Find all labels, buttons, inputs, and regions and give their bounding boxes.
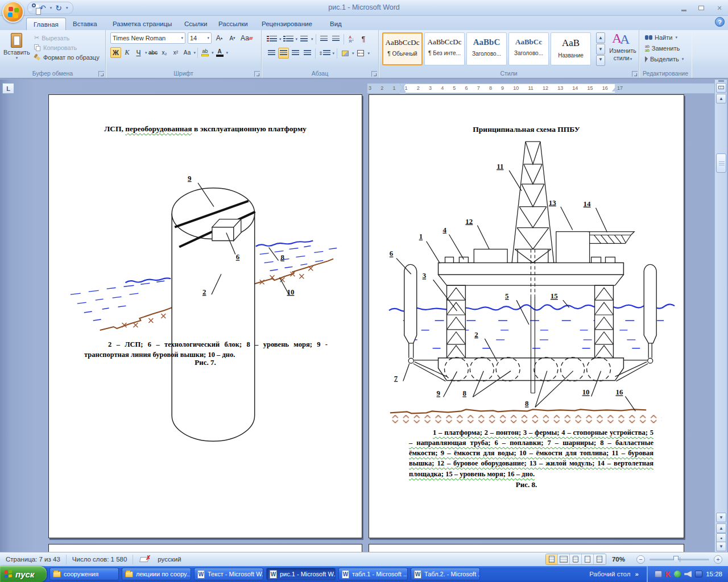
draft-button[interactable] — [594, 554, 606, 564]
multilevel-caret-icon[interactable]: ▾ — [311, 37, 313, 41]
vertical-scrollbar[interactable]: ▲ ▼ ▲ ● ▼ — [714, 80, 727, 552]
find-button[interactable]: Найти ▾ — [643, 34, 686, 41]
align-center-button[interactable] — [278, 48, 289, 59]
tab-vstavka[interactable]: Вставка — [66, 18, 104, 30]
help-button[interactable]: ? — [715, 17, 725, 27]
zoom-slider-track[interactable] — [650, 559, 709, 560]
tab-stop-selector[interactable]: L — [2, 83, 14, 94]
desktop-toolbar[interactable]: Рабочий стол » — [589, 571, 647, 577]
fullscreen-reading-button[interactable] — [558, 554, 570, 564]
style-no-spacing[interactable]: AaBbCcDc ¶ Без инте... — [424, 32, 465, 65]
strikethrough-button[interactable]: abc — [148, 47, 159, 58]
style-heading1[interactable]: AaBbC Заголово... — [466, 32, 507, 65]
clear-formatting-button[interactable]: Аа — [240, 33, 253, 44]
paragraph-dialog-launcher[interactable] — [371, 71, 377, 77]
multilevel-list-button[interactable] — [299, 34, 309, 44]
next-page-right[interactable] — [369, 544, 684, 552]
restore-button[interactable] — [695, 4, 708, 13]
borders-caret-icon[interactable]: ▾ — [368, 51, 370, 56]
align-right-button[interactable] — [290, 48, 301, 59]
shading-button[interactable] — [340, 48, 350, 59]
bullets-button[interactable] — [266, 34, 278, 44]
increase-indent-button[interactable] — [330, 34, 341, 44]
shrink-font-button[interactable]: А▾ — [227, 33, 238, 44]
scroll-up-button[interactable]: ▲ — [716, 94, 726, 103]
scroll-thumb[interactable] — [716, 153, 726, 173]
line-spacing-button[interactable]: ⇕ — [318, 48, 331, 59]
kaspersky-icon[interactable]: K — [665, 570, 671, 579]
select-button[interactable]: Выделить ▾ — [643, 55, 686, 63]
shading-caret-icon[interactable]: ▾ — [352, 51, 354, 56]
redo-icon[interactable]: ↻ — [55, 4, 62, 12]
language-indicator[interactable]: русский — [152, 556, 187, 563]
numbering-caret-icon[interactable]: ▾ — [296, 37, 298, 41]
hanging-indent-marker[interactable] — [400, 88, 406, 94]
zoom-level[interactable]: 70% — [606, 556, 631, 563]
taskbar-item-ris1[interactable]: W рис.1 - Microsoft W... — [266, 568, 336, 580]
justify-button[interactable] — [302, 48, 313, 59]
right-indent-marker[interactable] — [612, 88, 618, 92]
volume-icon[interactable] — [684, 571, 692, 577]
scroll-down-button[interactable]: ▼ — [716, 513, 726, 522]
align-left-button[interactable] — [266, 48, 277, 59]
underline-caret-icon[interactable]: ▾ — [145, 51, 147, 55]
minimize-button[interactable] — [678, 4, 690, 13]
split-handle[interactable] — [718, 80, 724, 82]
italic-button[interactable]: К — [122, 47, 133, 58]
web-layout-button[interactable] — [570, 554, 582, 564]
replace-button[interactable]: abab Заменить — [643, 44, 686, 53]
styles-scroll-up[interactable]: ▲ — [596, 32, 605, 43]
paste-button[interactable]: Вставить ▾ — [3, 32, 30, 67]
font-color-button[interactable]: А — [214, 47, 225, 58]
borders-button[interactable] — [355, 48, 366, 59]
clock[interactable]: 15:28 — [706, 571, 722, 577]
close-button[interactable]: ✕ — [713, 4, 726, 13]
office-button[interactable] — [2, 1, 24, 23]
next-page-left[interactable] — [48, 544, 362, 552]
grow-font-button[interactable]: А▴ — [214, 33, 225, 44]
page-indicator[interactable]: Страница: 7 из 43 — [0, 555, 67, 564]
zoom-slider-thumb[interactable] — [673, 556, 679, 563]
previous-page-button[interactable]: ▲ — [716, 523, 726, 533]
taskbar-item-tabl1[interactable]: W табл.1 - Microsoft ... — [338, 568, 408, 580]
tab-ssylki[interactable]: Ссылки — [177, 18, 214, 30]
styles-scroll-down[interactable]: ▼ — [596, 44, 605, 55]
font-dialog-launcher[interactable] — [254, 71, 260, 77]
undo-caret-icon[interactable]: ▾ — [50, 6, 52, 10]
decrease-indent-button[interactable] — [318, 34, 329, 44]
tab-razmetka[interactable]: Разметка страницы — [106, 18, 179, 30]
next-page-button[interactable]: ▼ — [716, 542, 726, 551]
taskbar-item-lekcii[interactable]: лекциии по соору... — [122, 568, 191, 580]
tab-vid[interactable]: Вид — [323, 18, 349, 30]
clipboard-dialog-launcher[interactable] — [98, 71, 104, 77]
highlight-button[interactable]: ab — [200, 47, 210, 58]
cut-button[interactable]: ✂ Вырезать — [32, 34, 102, 42]
font-name-combo[interactable]: Times New Roman▾ — [110, 32, 185, 44]
app-tray-icon[interactable] — [695, 571, 702, 577]
bullets-caret-icon[interactable]: ▾ — [279, 37, 282, 41]
taskbar-item-soorujeniya[interactable]: сооружения — [49, 568, 119, 580]
show-paragraph-marks-button[interactable]: ¶ — [358, 34, 369, 44]
copy-button[interactable]: Копировать — [32, 44, 102, 52]
underline-button[interactable]: Ч — [133, 47, 144, 58]
font-size-combo[interactable]: 14▾ — [188, 32, 212, 44]
title-bar[interactable]: рис.1 - Microsoft Word ↶ ▾ ↻ ▾ ✕ — [0, 0, 728, 16]
outline-button[interactable] — [582, 554, 594, 564]
start-button[interactable]: пуск — [0, 566, 47, 582]
first-line-indent-marker[interactable] — [400, 84, 406, 88]
style-normal[interactable]: AaBbCcDc ¶ Обычный — [382, 32, 423, 65]
styles-gallery-expand[interactable]: ▼ — [596, 55, 605, 66]
network-icon[interactable] — [655, 571, 662, 577]
taskbar-item-tabl2[interactable]: W Табл.2. - Microsoft ... — [411, 568, 480, 580]
word-count[interactable]: Число слов: 1 580 — [67, 555, 134, 564]
bold-button[interactable]: Ж — [110, 47, 121, 58]
highlight-caret-icon[interactable]: ▾ — [212, 51, 214, 55]
print-layout-button[interactable] — [546, 554, 558, 564]
tab-rassylki[interactable]: Рассылки — [212, 18, 255, 30]
font-color-caret-icon[interactable]: ▾ — [226, 51, 229, 55]
change-styles-button[interactable]: А А Изменить стили▾ — [607, 31, 638, 68]
style-title[interactable]: AaB Название — [551, 32, 591, 65]
tab-recenzirovanie[interactable]: Рецензирование — [255, 18, 319, 30]
page-7[interactable]: ЛСП, переоборудованная в эксплуатационну… — [48, 94, 362, 538]
sort-button[interactable]: АЯ ↓ — [346, 34, 357, 44]
